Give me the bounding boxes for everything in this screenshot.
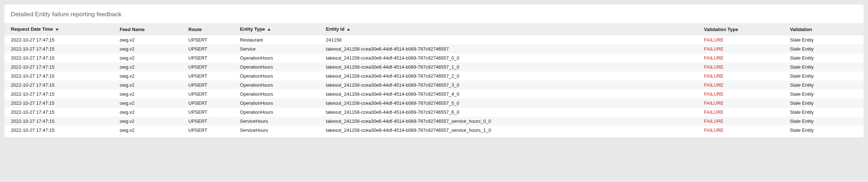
cell-entity-type: Restaurant [236, 35, 322, 44]
cell-request-date-time: 2022-10-27 17:47:15 [4, 126, 116, 135]
cell-route: UPSERT [185, 108, 236, 117]
cell-entity-id: takeout_241158-ccea30e6-44df-4514-b069-7… [322, 90, 700, 99]
cell-validation: Stale Entity [786, 108, 864, 117]
cell-entity-id: takeout_241158-ccea30e6-44df-4514-b069-7… [322, 53, 700, 62]
cell-validation-type: FAILURE [700, 90, 786, 99]
cell-validation-type: FAILURE [700, 44, 786, 53]
col-header-validation[interactable]: Validation [786, 23, 864, 35]
cell-validation: Stale Entity [786, 62, 864, 72]
cell-entity-id: 241158 [322, 35, 700, 44]
col-header-validation-type[interactable]: Validation Type [700, 23, 786, 35]
col-header-entity-id[interactable]: Entity Id [322, 23, 700, 35]
cell-feed-name: owg.v2 [116, 81, 185, 90]
card-title: Detailed Entity failure reporting feedba… [4, 11, 864, 23]
table-row[interactable]: 2022-10-27 17:47:15owg.v2UPSERTOperation… [4, 53, 864, 62]
col-label-entity-id: Entity Id [326, 26, 344, 32]
table-row[interactable]: 2022-10-27 17:47:15owg.v2UPSERTOperation… [4, 90, 864, 99]
cell-request-date-time: 2022-10-27 17:47:15 [4, 99, 116, 108]
sort-asc-icon [268, 27, 270, 32]
cell-validation-type: FAILURE [700, 81, 786, 90]
col-label-validation-type: Validation Type [704, 27, 738, 32]
table-row[interactable]: 2022-10-27 17:47:15owg.v2UPSERTOperation… [4, 108, 864, 117]
table-row[interactable]: 2022-10-27 17:47:15owg.v2UPSERTServiceHo… [4, 126, 864, 135]
cell-validation: Stale Entity [786, 44, 864, 53]
cell-entity-type: OperationHours [236, 62, 322, 72]
col-label-feed-name: Feed Name [120, 27, 144, 32]
cell-validation-type: FAILURE [700, 62, 786, 72]
cell-validation: Stale Entity [786, 117, 864, 126]
table-row[interactable]: 2022-10-27 17:47:15owg.v2UPSERTOperation… [4, 72, 864, 81]
cell-route: UPSERT [185, 99, 236, 108]
col-label-request-date-time: Request Date Time [11, 26, 53, 32]
cell-feed-name: owg.v2 [116, 90, 185, 99]
cell-entity-id: takeout_241158-ccea30e6-44df-4514-b069-7… [322, 81, 700, 90]
col-header-request-date-time[interactable]: Request Date Time [4, 23, 116, 35]
cell-route: UPSERT [185, 44, 236, 53]
table-row[interactable]: 2022-10-27 17:47:15owg.v2UPSERTServiceHo… [4, 117, 864, 126]
sort-desc-icon [56, 27, 58, 32]
cell-validation-type: FAILURE [700, 35, 786, 44]
cell-entity-id: takeout_241158-ccea30e6-44df-4514-b069-7… [322, 62, 700, 72]
cell-validation: Stale Entity [786, 81, 864, 90]
table-row[interactable]: 2022-10-27 17:47:15owg.v2UPSERTOperation… [4, 99, 864, 108]
cell-validation: Stale Entity [786, 72, 864, 81]
report-table: Request Date Time Feed Name Route Entity… [4, 23, 864, 135]
cell-request-date-time: 2022-10-27 17:47:15 [4, 81, 116, 90]
svg-marker-1 [268, 29, 270, 31]
sort-asc-icon [347, 27, 350, 32]
cell-entity-id: takeout_241158-ccea30e6-44df-4514-b069-7… [322, 126, 700, 135]
cell-entity-id: takeout_241158-ccea30e6-44df-4514-b069-7… [322, 44, 700, 53]
cell-entity-type: OperationHours [236, 90, 322, 99]
cell-feed-name: owg.v2 [116, 72, 185, 81]
cell-entity-type: OperationHours [236, 53, 322, 62]
cell-route: UPSERT [185, 35, 236, 44]
report-card: Detailed Entity failure reporting feedba… [4, 4, 864, 138]
cell-validation-type: FAILURE [700, 99, 786, 108]
cell-entity-type: ServiceHours [236, 126, 322, 135]
col-label-validation: Validation [790, 27, 812, 32]
cell-entity-id: takeout_241158-ccea30e6-44df-4514-b069-7… [322, 72, 700, 81]
table-body: 2022-10-27 17:47:15owg.v2UPSERTRestauran… [4, 35, 864, 135]
col-label-entity-type: Entity Type [240, 26, 265, 32]
cell-request-date-time: 2022-10-27 17:47:15 [4, 108, 116, 117]
cell-route: UPSERT [185, 117, 236, 126]
cell-entity-type: OperationHours [236, 72, 322, 81]
cell-feed-name: owg.v2 [116, 117, 185, 126]
table-row[interactable]: 2022-10-27 17:47:15owg.v2UPSERTOperation… [4, 81, 864, 90]
table-row[interactable]: 2022-10-27 17:47:15owg.v2UPSERTOperation… [4, 62, 864, 72]
cell-request-date-time: 2022-10-27 17:47:15 [4, 72, 116, 81]
cell-validation-type: FAILURE [700, 72, 786, 81]
cell-validation: Stale Entity [786, 99, 864, 108]
cell-validation-type: FAILURE [700, 126, 786, 135]
cell-request-date-time: 2022-10-27 17:47:15 [4, 35, 116, 44]
cell-entity-type: OperationHours [236, 81, 322, 90]
cell-feed-name: owg.v2 [116, 35, 185, 44]
cell-feed-name: owg.v2 [116, 108, 185, 117]
cell-validation: Stale Entity [786, 126, 864, 135]
cell-feed-name: owg.v2 [116, 126, 185, 135]
table-row[interactable]: 2022-10-27 17:47:15owg.v2UPSERTServiceta… [4, 44, 864, 53]
table-row[interactable]: 2022-10-27 17:47:15owg.v2UPSERTRestauran… [4, 35, 864, 44]
svg-marker-0 [56, 29, 58, 31]
svg-marker-2 [347, 29, 350, 31]
cell-validation-type: FAILURE [700, 53, 786, 62]
cell-feed-name: owg.v2 [116, 62, 185, 72]
cell-validation: Stale Entity [786, 53, 864, 62]
cell-entity-type: ServiceHours [236, 117, 322, 126]
cell-validation-type: FAILURE [700, 108, 786, 117]
col-header-entity-type[interactable]: Entity Type [236, 23, 322, 35]
cell-request-date-time: 2022-10-27 17:47:15 [4, 44, 116, 53]
cell-request-date-time: 2022-10-27 17:47:15 [4, 90, 116, 99]
col-label-route: Route [188, 27, 202, 32]
cell-feed-name: owg.v2 [116, 99, 185, 108]
col-header-feed-name[interactable]: Feed Name [116, 23, 185, 35]
cell-entity-id: takeout_241158-ccea30e6-44df-4514-b069-7… [322, 108, 700, 117]
table-header-row: Request Date Time Feed Name Route Entity… [4, 23, 864, 35]
cell-request-date-time: 2022-10-27 17:47:15 [4, 62, 116, 72]
cell-route: UPSERT [185, 126, 236, 135]
cell-entity-type: OperationHours [236, 99, 322, 108]
col-header-route[interactable]: Route [185, 23, 236, 35]
cell-entity-id: takeout_241158-ccea30e6-44df-4514-b069-7… [322, 99, 700, 108]
cell-route: UPSERT [185, 53, 236, 62]
cell-feed-name: owg.v2 [116, 44, 185, 53]
